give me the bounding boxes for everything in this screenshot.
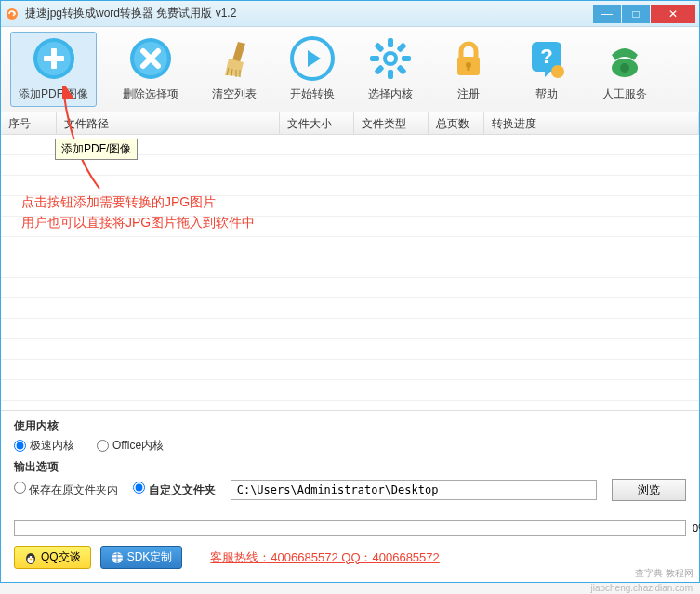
service-button[interactable]: 人工服务 bbox=[595, 33, 654, 106]
progress-percent: 0% bbox=[693, 522, 700, 534]
watermark-url: jiaocheng.chazidian.com bbox=[590, 583, 693, 593]
toolbar-label: 帮助 bbox=[535, 86, 558, 102]
hint-line2: 用户也可以直接将JPG图片拖入到软件中 bbox=[21, 212, 255, 232]
col-progress[interactable]: 转换进度 bbox=[484, 112, 699, 134]
app-window: 捷速jpg转换成word转换器 免费试用版 v1.2 — □ ✕ 添加PDF/图… bbox=[0, 0, 700, 583]
svg-point-17 bbox=[620, 63, 629, 73]
start-button[interactable]: 开始转换 bbox=[283, 33, 342, 106]
output-title: 输出选项 bbox=[14, 459, 686, 475]
minimize-button[interactable]: — bbox=[593, 5, 621, 23]
svg-rect-4 bbox=[44, 56, 64, 61]
output-custom-radio[interactable]: 自定义文件夹 bbox=[133, 482, 215, 498]
footer: QQ交谈 SDK定制 客服热线：4006685572 QQ：4006685572 bbox=[1, 540, 699, 574]
col-seq[interactable]: 序号 bbox=[1, 112, 57, 134]
kernel-button[interactable]: 选择内核 bbox=[361, 33, 420, 106]
watermark: 查字典 教程网 bbox=[635, 567, 693, 580]
lock-icon bbox=[446, 36, 491, 81]
col-size[interactable]: 文件大小 bbox=[280, 112, 354, 134]
svg-point-15 bbox=[551, 65, 564, 78]
svg-point-22 bbox=[30, 558, 33, 560]
hint-line1: 点击按钮添加需要转换的JPG图片 bbox=[21, 191, 255, 212]
svg-point-10 bbox=[387, 55, 394, 62]
col-type[interactable]: 文件类型 bbox=[354, 112, 429, 134]
broom-icon bbox=[212, 36, 257, 81]
toolbar-label: 清空列表 bbox=[212, 86, 257, 102]
toolbar-label: 注册 bbox=[457, 86, 480, 102]
kernel-title: 使用内核 bbox=[14, 418, 686, 434]
options-panel: 使用内核 极速内核 Office内核 输出选项 保存在原文件夹内 自定义文件夹 … bbox=[1, 410, 699, 514]
hint-text: 点击按钮添加需要转换的JPG图片 用户也可以直接将JPG图片拖入到软件中 bbox=[21, 191, 255, 232]
kernel-fast-radio[interactable]: 极速内核 bbox=[14, 438, 74, 454]
sdk-button[interactable]: SDK定制 bbox=[100, 546, 183, 569]
app-icon bbox=[5, 7, 20, 21]
close-button[interactable]: ✕ bbox=[651, 5, 695, 23]
clear-button[interactable]: 清空列表 bbox=[205, 33, 264, 106]
titlebar: 捷速jpg转换成word转换器 免费试用版 v1.2 — □ ✕ bbox=[1, 1, 699, 27]
qq-chat-button[interactable]: QQ交谈 bbox=[14, 546, 91, 569]
svg-point-0 bbox=[7, 8, 18, 20]
plus-icon bbox=[32, 36, 76, 81]
hotline-text[interactable]: 客服热线：4006685572 QQ：4006685572 bbox=[210, 549, 439, 566]
svg-point-20 bbox=[28, 556, 30, 558]
col-pages[interactable]: 总页数 bbox=[429, 112, 484, 134]
globe-icon bbox=[111, 551, 124, 564]
svg-rect-13 bbox=[468, 65, 470, 71]
register-button[interactable]: 注册 bbox=[439, 33, 498, 106]
window-controls: — □ ✕ bbox=[593, 5, 695, 23]
toolbar-label: 开始转换 bbox=[290, 86, 335, 102]
gear-icon bbox=[368, 36, 413, 81]
output-same-radio[interactable]: 保存在原文件夹内 bbox=[14, 482, 118, 498]
toolbar-label: 选择内核 bbox=[368, 86, 413, 102]
x-icon bbox=[128, 36, 173, 81]
svg-rect-9 bbox=[388, 38, 393, 47]
browse-button[interactable]: 浏览 bbox=[612, 479, 686, 501]
svg-point-21 bbox=[32, 556, 33, 558]
progress-bar: 0% bbox=[14, 520, 686, 536]
maximize-button[interactable]: □ bbox=[622, 5, 650, 23]
tooltip: 添加PDF/图像 bbox=[55, 139, 138, 160]
play-icon bbox=[290, 36, 335, 81]
phone-icon bbox=[602, 36, 647, 81]
help-icon: ? bbox=[524, 36, 569, 81]
qq-icon bbox=[24, 551, 37, 564]
toolbar-label: 人工服务 bbox=[602, 86, 647, 102]
svg-text:?: ? bbox=[541, 45, 553, 68]
output-path-input[interactable] bbox=[231, 480, 597, 500]
help-button[interactable]: ? 帮助 bbox=[517, 33, 576, 106]
titlebar-text: 捷速jpg转换成word转换器 免费试用版 v1.2 bbox=[25, 6, 593, 21]
kernel-office-radio[interactable]: Office内核 bbox=[97, 438, 164, 454]
